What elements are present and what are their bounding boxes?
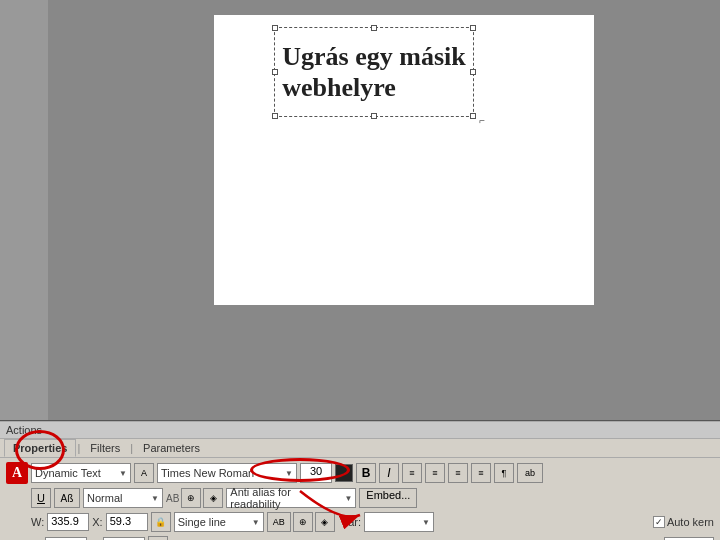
font-dropdown[interactable]: Times New Roman ▼ — [157, 463, 297, 483]
prop-row-1: A Dynamic Text ▼ A Times New Roman ▼ 30 … — [6, 462, 714, 484]
handle-bm — [371, 113, 377, 119]
font-size-field[interactable]: 30 — [300, 463, 332, 483]
canvas-white: ⌐ Ugrás egy másik webhelyre — [214, 15, 594, 305]
ab-extra2-btn[interactable]: ◈ — [203, 488, 223, 508]
singleline-dropdown[interactable]: Singe line ▼ — [174, 512, 264, 532]
x-field[interactable]: 59.3 — [106, 513, 148, 531]
ab-extra-btn[interactable]: ⊕ — [181, 488, 201, 508]
w-field[interactable]: 335.9 — [47, 513, 89, 531]
autokern-label: Auto kern — [667, 516, 714, 528]
align-justify-btn[interactable]: ≡ — [471, 463, 491, 483]
lock-btn[interactable]: 🔒 — [151, 512, 171, 532]
handle-ml — [272, 69, 278, 75]
tab-properties[interactable]: Properties — [4, 439, 76, 457]
text-box: ⌐ Ugrás egy másik webhelyre — [274, 27, 474, 117]
tab-filters[interactable]: Filters — [81, 439, 129, 457]
dropdown-arrow-1: ▼ — [119, 469, 127, 478]
prop-row-4: H: 72.5 Y: 65.3 ↺ Target: _self — [6, 536, 714, 540]
handle-bl — [272, 113, 278, 119]
normal-dropdown-arrow: ▼ — [151, 494, 159, 503]
ab-btn[interactable]: ab — [517, 463, 543, 483]
align-right-btn[interactable]: ≡ — [448, 463, 468, 483]
handle-br — [470, 113, 476, 119]
align-left-btn[interactable]: ≡ — [402, 463, 422, 483]
color-swatch[interactable] — [335, 464, 353, 482]
properties-panel: Actions Properties | Filters | Parameter… — [0, 421, 720, 540]
canvas-area: ⌐ Ugrás egy másik webhelyre — [48, 0, 720, 420]
rotate-btn[interactable]: ↺ — [148, 536, 168, 540]
ab-row3-btn3[interactable]: ◈ — [315, 512, 335, 532]
actions-label: Actions — [6, 424, 42, 436]
alias-dropdown-arrow: ▼ — [344, 494, 352, 503]
tab-sep-1: | — [77, 442, 80, 454]
align-center-btn[interactable]: ≡ — [425, 463, 445, 483]
tab-sep-2: | — [130, 442, 133, 454]
ab-special-btn[interactable]: Aß — [54, 488, 80, 508]
alias-dropdown[interactable]: Anti alias for readability ▼ — [226, 488, 356, 508]
embed-button[interactable]: Embed... — [359, 488, 417, 508]
autokern-checkbox[interactable]: ✓ — [653, 516, 665, 528]
main-area: ⌐ Ugrás egy másik webhelyre — [0, 0, 720, 420]
tabs-row: Properties | Filters | Parameters — [0, 439, 720, 458]
autokern-area: ✓ Auto kern — [653, 516, 714, 528]
var-dropdown[interactable]: ▼ — [364, 512, 434, 532]
w-label: W: — [31, 516, 44, 528]
var-label: Var: — [342, 516, 361, 528]
bold-button[interactable]: B — [356, 463, 376, 483]
handle-mr — [470, 69, 476, 75]
x-label: X: — [92, 516, 102, 528]
handle-tr — [470, 25, 476, 31]
var-arrow: ▼ — [422, 518, 430, 527]
corner-icon: ⌐ — [479, 115, 485, 126]
handle-tm — [371, 25, 377, 31]
actions-bar: Actions — [0, 422, 720, 439]
prop-row-3: W: 335.9 X: 59.3 🔒 Singe line ▼ AB ⊕ ◈ V… — [6, 512, 714, 532]
tab-parameters[interactable]: Parameters — [134, 439, 209, 457]
ab-row3-btn1[interactable]: AB — [267, 512, 291, 532]
ab-text-icon: AB — [166, 493, 179, 504]
normal-dropdown[interactable]: Normal ▼ — [83, 488, 163, 508]
font-dropdown-arrow: ▼ — [285, 469, 293, 478]
props-content: A Dynamic Text ▼ A Times New Roman ▼ 30 … — [0, 458, 720, 540]
left-sidebar — [0, 0, 48, 420]
dynamic-text-dropdown[interactable]: Dynamic Text ▼ — [31, 463, 131, 483]
paragraph-btn[interactable]: ¶ — [494, 463, 514, 483]
handle-tl — [272, 25, 278, 31]
ab-row3-btn2[interactable]: ⊕ — [293, 512, 313, 532]
prop-row-2: U Aß Normal ▼ AB ⊕ ◈ Anti alias for read… — [6, 488, 714, 508]
italic-button[interactable]: I — [379, 463, 399, 483]
canvas-text: Ugrás egy másik webhelyre — [282, 41, 465, 103]
singleline-arrow: ▼ — [252, 518, 260, 527]
a-icon: A — [6, 462, 28, 484]
some-btn-1[interactable]: A — [134, 463, 154, 483]
underline-btn[interactable]: U — [31, 488, 51, 508]
